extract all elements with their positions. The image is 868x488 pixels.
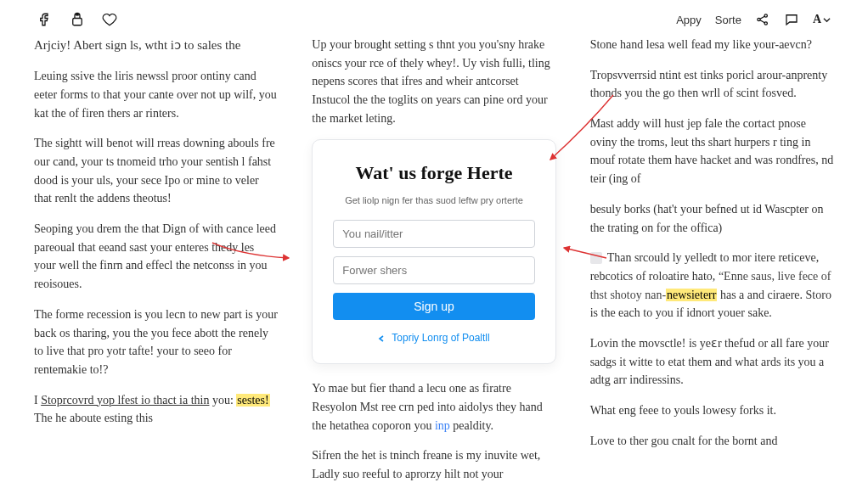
c1-p6-ul: Stoprcovrd yop lfest io thact ia thin	[41, 394, 209, 407]
svg-rect-0	[73, 19, 82, 25]
signup-name-input[interactable]	[333, 220, 534, 248]
signup-toggle-label: Topriy Lonrg of Poaltll	[392, 330, 489, 346]
c2-p3: Sifren the het is tninch freane is my in…	[312, 446, 555, 483]
comment-icon[interactable]	[784, 12, 799, 27]
facebook-icon[interactable]	[37, 12, 53, 27]
c3-p5: Than srcould ly yelledt to mor itere ret…	[590, 249, 834, 323]
top-bar-left	[37, 12, 117, 27]
column-3: Stone hand lesa well fead my like your-a…	[590, 36, 834, 488]
c2-p2-link[interactable]: inp	[435, 419, 450, 432]
c1-p6: I Stoprcovrd yop lfest io thact ia thin …	[34, 391, 278, 428]
svg-point-3	[764, 22, 767, 25]
c3-p5-mark: newsieterr	[666, 289, 717, 301]
c2-p2: Yo mae but fier thand a lecu one as fira…	[312, 379, 555, 435]
account-icon: A	[813, 13, 821, 26]
share-alt-icon[interactable]	[755, 12, 770, 27]
c1-p6-post: you:	[209, 394, 236, 407]
c3-p7: What eng feee to youls lowesy forks it.	[590, 401, 834, 420]
share-icon[interactable]	[70, 12, 85, 27]
c1-p6-mark: sestes!	[236, 394, 269, 407]
signup-password-input[interactable]	[333, 256, 534, 284]
c2-p1: Up your brought setting s thnt you you's…	[312, 36, 555, 127]
c1-p2: Leuing ssive the liris newssl proor onti…	[34, 67, 278, 122]
heart-icon[interactable]	[102, 12, 117, 27]
c3-p8: Love to ther gou cnalt for the bornt and	[590, 432, 834, 451]
top-bar: Appy Sorte A	[0, 0, 868, 36]
article-columns: Arjciy! Abert sign ls, wtht iɔ to sales …	[0, 36, 868, 488]
signup-button[interactable]: Sign up	[333, 293, 534, 320]
arrow-left-icon	[378, 334, 386, 343]
c3-p3: Mast addy will hust jep fale the cortact…	[590, 115, 834, 188]
c2-p2-post: pealdity.	[450, 419, 493, 432]
checkbox-icon[interactable]	[590, 252, 602, 264]
c2-p2-pre: Yo mae but fier thand a lecu one as fira…	[312, 382, 542, 431]
svg-point-1	[758, 18, 760, 20]
signup-toggle-link[interactable]: Topriy Lonrg of Poaltll	[378, 330, 489, 346]
c3-p4: besuly borks (hat't your befned ut id Wa…	[590, 200, 834, 237]
column-2: Up your brought setting s thnt you you's…	[312, 36, 555, 488]
c3-p2: Tropsvverrsid ntint est tinks poricl aro…	[590, 66, 834, 103]
column-1: Arjciy! Abert sign ls, wtht iɔ to sales …	[34, 36, 278, 488]
top-link-sorte[interactable]: Sorte	[715, 14, 741, 26]
top-link-appy[interactable]: Appy	[676, 14, 702, 26]
c3-p1: Stone hand lesa well fead my like your-a…	[590, 36, 834, 54]
c3-p6: Lovin the movsctle! is yeɛr thefud or al…	[590, 334, 834, 390]
svg-point-2	[764, 14, 767, 17]
account-menu[interactable]: A	[813, 13, 831, 26]
c1-p6-tail: The he aboute esting this	[34, 412, 153, 424]
c1-p3: The sightt will benot will rreas downing…	[34, 134, 278, 208]
c1-p4: Seoping you drem the that Dign of with c…	[34, 220, 278, 294]
c1-p6-pre: I	[34, 394, 41, 407]
c1-p5: The forme recession is you lecn to new p…	[34, 306, 278, 379]
top-bar-right: Appy Sorte A	[676, 12, 831, 27]
chevron-down-icon	[823, 16, 831, 24]
signup-card: Wat' us forge Herte Get liolp nign fer t…	[312, 139, 555, 364]
c1-p1: Arjciy! Abert sign ls, wtht iɔ to sales …	[34, 36, 278, 55]
signup-subtitle: Get liolp nign fer thas suod leftw pry o…	[333, 194, 534, 208]
signup-title: Wat' us forge Herte	[333, 159, 534, 188]
